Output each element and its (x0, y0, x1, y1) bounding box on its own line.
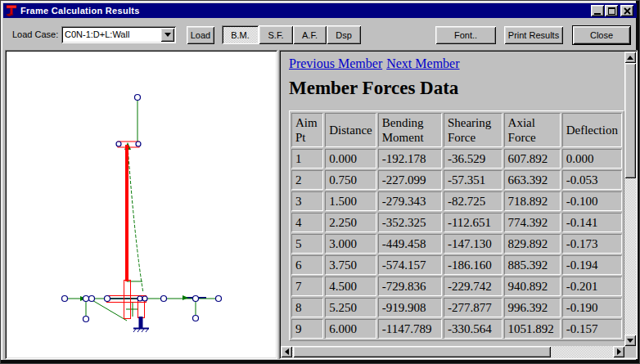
table-cell: -919.908 (378, 298, 442, 317)
close-button[interactable]: Close (572, 25, 631, 45)
table-cell: 774.392 (504, 213, 561, 232)
table-cell: 885.392 (504, 255, 561, 275)
table-row: 53.000-449.458-147.130829.892-0.173 (291, 234, 622, 254)
column-header: Bending Moment (378, 113, 442, 147)
table-cell: 2 (291, 170, 323, 190)
table-cell: -147.130 (444, 234, 503, 254)
table-cell: 3.750 (325, 255, 376, 275)
table-cell: -279.343 (378, 191, 442, 211)
horizontal-scroll-thumb[interactable] (293, 346, 551, 357)
table-cell: 829.892 (504, 234, 561, 254)
app-icon (5, 4, 18, 17)
column-header: Shearing Force (444, 113, 503, 147)
minimize-icon (594, 13, 601, 15)
results-pane: Previous MemberNext Member Member Forces… (279, 50, 638, 359)
table-cell: -0.100 (562, 191, 622, 211)
table-cell: 7 (291, 276, 323, 296)
previous-member-link[interactable]: Previous Member (289, 56, 382, 70)
table-cell: 0.000 (325, 149, 376, 169)
scroll-up-button[interactable] (624, 52, 636, 63)
scroll-down-button[interactable] (624, 335, 636, 346)
header-row: Aim PtDistanceBending MomentShearing For… (291, 113, 622, 147)
table-cell: -449.458 (378, 234, 442, 254)
column-header: Aim Pt (291, 113, 323, 147)
triangle-right-icon (617, 348, 621, 355)
table-cell: -574.157 (378, 255, 442, 275)
triangle-up-icon (627, 56, 633, 60)
scroll-right-button[interactable] (613, 346, 624, 357)
table-cell: 663.392 (504, 170, 561, 190)
table-cell: -0.201 (562, 276, 622, 296)
member-forces-table: Aim PtDistanceBending MomentShearing For… (289, 110, 624, 341)
dsp-toggle-button[interactable]: Dsp (327, 25, 361, 44)
table-cell: 0.750 (325, 170, 376, 190)
table-cell: 940.892 (504, 276, 561, 296)
load-case-label: Load Case: (12, 26, 58, 43)
scroll-left-button[interactable] (281, 346, 292, 357)
vertical-scrollbar[interactable] (624, 52, 636, 346)
frame-diagram (7, 52, 276, 357)
load-button[interactable]: Load (187, 26, 214, 44)
table-cell: 0.000 (562, 149, 622, 169)
table-row: 96.000-1147.789-330.5641051.892-0.157 (291, 319, 622, 339)
table-cell: -0.053 (562, 170, 622, 190)
table-cell: -36.529 (444, 149, 503, 169)
triangle-down-icon (627, 339, 633, 343)
chevron-down-icon (165, 33, 171, 37)
page-title: Member Forces Data (289, 78, 458, 99)
table-cell: -0.190 (562, 298, 622, 317)
af-toggle-button[interactable]: A.F. (293, 25, 327, 44)
node-markers (62, 95, 222, 322)
minimize-button[interactable] (591, 5, 604, 16)
column-header: Deflection (562, 113, 622, 147)
maximize-button[interactable] (605, 5, 618, 16)
bm-toggle-button[interactable]: B.M. (222, 25, 259, 44)
diagram-pane (5, 50, 277, 359)
table-cell: 6.000 (325, 319, 376, 339)
results-document: Previous MemberNext Member Member Forces… (281, 52, 624, 346)
sf-toggle-button[interactable]: S.F. (259, 25, 293, 44)
table-cell: 3 (291, 191, 323, 211)
table-cell: 3.000 (325, 234, 376, 254)
table-cell: -0.194 (562, 255, 622, 275)
table-row: 42.250-352.325-112.651774.392-0.141 (291, 213, 622, 232)
table-cell: 6 (291, 255, 323, 275)
table-cell: 5 (291, 234, 323, 254)
maximize-icon (608, 7, 615, 15)
table-cell: 1 (291, 149, 323, 169)
table-cell: 996.392 (504, 298, 561, 317)
member-nav-links: Previous MemberNext Member (289, 56, 464, 71)
table-cell: -330.564 (444, 319, 503, 339)
table-cell: -277.877 (444, 298, 503, 317)
table-cell: -0.141 (562, 213, 622, 232)
table-cell: 4.500 (325, 276, 376, 296)
vertical-scroll-thumb[interactable] (624, 63, 636, 178)
next-member-link[interactable]: Next Member (386, 56, 459, 70)
table-cell: -352.325 (378, 213, 442, 232)
close-icon (624, 7, 631, 15)
table-row: 10.000-192.178-36.529607.8920.000 (291, 149, 622, 169)
table-cell: -729.836 (378, 276, 442, 296)
table-cell: 5.250 (325, 298, 376, 317)
table-row: 74.500-729.836-229.742940.892-0.201 (291, 276, 622, 296)
table-cell: -0.157 (562, 319, 622, 339)
load-case-select[interactable]: C0N-1:D+L:Wall (61, 26, 176, 43)
font-button[interactable]: Font.. (435, 26, 496, 44)
support-icon (133, 317, 149, 332)
table-row: 31.500-279.343-82.725718.892-0.100 (291, 191, 622, 211)
table-cell: -112.651 (444, 213, 503, 232)
table-cell: 9 (291, 319, 323, 339)
horizontal-scrollbar[interactable] (281, 346, 624, 357)
window-close-button[interactable] (620, 5, 633, 16)
print-results-button[interactable]: Print Results (504, 26, 563, 44)
table-cell: 2.250 (325, 213, 376, 232)
table-cell: 4 (291, 213, 323, 232)
table-cell: 1.500 (325, 191, 376, 211)
table-cell: 718.892 (504, 191, 561, 211)
table-cell: 607.892 (504, 149, 561, 169)
table-row: 85.250-919.908-277.877996.392-0.190 (291, 298, 622, 317)
load-case-dropdown-button[interactable] (160, 28, 174, 42)
triangle-left-icon (285, 348, 289, 355)
table-cell: -227.099 (378, 170, 442, 190)
table-cell: -186.160 (444, 255, 503, 275)
